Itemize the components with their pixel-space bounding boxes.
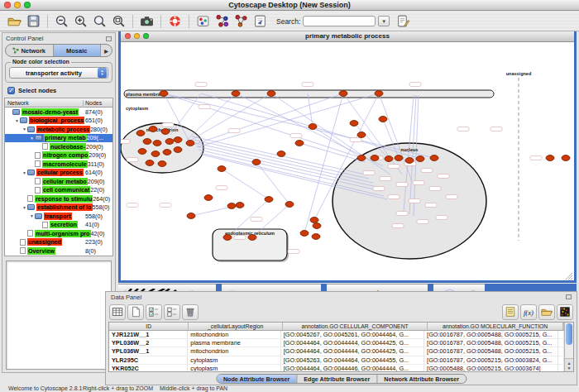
column-header[interactable]: _cellularLayoutRegion [189,323,283,330]
tree-row[interactable]: cell communicat22(0) [5,186,112,195]
network-node[interactable] [161,129,170,135]
table-row[interactable]: YPL036W__1mitochondrion[GO:0044464, GO:0… [109,347,564,356]
column-header[interactable]: ID [109,323,189,330]
network-node[interactable] [375,91,383,97]
network-node[interactable] [149,127,157,132]
tree-row[interactable]: ▼establishment of lo558(0) [5,203,112,213]
tree-row[interactable]: mosaic-demo-yeast874(0) [5,108,112,117]
network-node[interactable] [285,202,294,208]
column-header[interactable]: annotation.GO CELLULAR_COMPONENT [283,323,428,330]
table-row[interactable]: YPL036W__2plasma membrane[GO:0044464, GO… [109,339,564,347]
network-node[interactable] [313,223,321,229]
delete-attribute-button[interactable] [182,304,199,320]
scrollbar-thumb[interactable] [566,323,572,345]
expander-icon[interactable]: ▼ [22,205,27,210]
column-header[interactable]: annotation.GO MOLECULAR_FUNCTION [428,323,563,330]
network-node[interactable] [416,156,424,162]
open-file-button[interactable] [5,13,24,30]
zoom-fit-button[interactable] [109,13,128,30]
network-node[interactable] [187,213,195,219]
network-node[interactable] [357,132,366,138]
tree-row[interactable]: unassigned223(0) [5,238,112,247]
network-node[interactable] [405,158,414,164]
network-node[interactable] [339,91,347,97]
network-edge-button[interactable] [232,13,251,30]
network-node[interactable] [312,234,320,240]
network-node[interactable] [385,156,393,162]
expander-icon[interactable]: ▼ [22,127,27,131]
tree-column-nodes[interactable]: Nodes [83,100,112,106]
tree-row[interactable]: response to stimulu264(0) [5,194,112,203]
birds-eye-view[interactable] [6,261,112,370]
notes-button[interactable] [502,304,519,320]
network-node[interactable] [218,166,226,172]
tree-row[interactable]: ▼biological_process651(0) [5,117,112,126]
tab-network-attribute-browser[interactable]: Network Attribute Browser [377,375,466,383]
network-node[interactable] [310,218,318,223]
network-node[interactable] [163,150,171,155]
import-attributes-button[interactable] [538,304,555,320]
network-node[interactable] [277,151,285,157]
network-node[interactable] [267,91,275,97]
node-color-dropdown[interactable]: transporter activity ▲▼ [9,67,108,79]
select-nodes-checkbox[interactable]: ✓ [7,87,15,94]
tree-row[interactable]: nitrogen compo209(0) [5,151,112,160]
help-button[interactable] [165,13,184,30]
tree-row[interactable]: ▼transport558(0) [5,212,112,221]
network-node[interactable] [138,149,146,155]
tab-edge-attribute-browser[interactable]: Edge Attribute Browser [297,375,377,383]
tree-column-network[interactable]: Network [5,100,83,106]
network-node[interactable] [379,117,387,122]
tab-node-attribute-browser[interactable]: Node Attribute Browser [217,375,297,383]
network-node[interactable] [158,161,166,167]
search-input[interactable] [303,16,376,26]
window-resize-grip[interactable] [566,273,572,280]
network-node[interactable] [546,155,554,161]
save-button[interactable] [24,13,43,30]
network-node[interactable] [136,131,145,136]
network-node[interactable] [153,141,161,146]
plasma-membrane-region[interactable] [124,90,494,98]
tab-network[interactable]: Network [6,45,54,56]
network-node[interactable] [248,235,256,241]
network-node[interactable] [151,151,160,157]
network-node[interactable] [160,91,168,97]
network-node[interactable] [357,155,366,161]
network-node[interactable] [232,91,240,97]
network-node[interactable] [143,139,151,145]
network-node[interactable] [309,124,317,130]
float-panel-icon[interactable] [106,36,112,41]
expander-icon[interactable]: ▼ [22,170,27,175]
unselect-attributes-button[interactable] [164,304,180,320]
zoom-selected-button[interactable] [90,13,109,30]
network-node[interactable] [186,141,194,146]
scrollbar-arrows[interactable]: ▲▼ [565,358,573,371]
edit-attributes-button[interactable] [394,13,413,30]
tab-mosaic[interactable]: Mosaic [54,45,102,56]
tree-row[interactable]: nucleobase-209(0) [5,142,112,151]
matrix-button[interactable] [557,304,573,320]
network-node[interactable] [252,160,261,165]
table-row[interactable]: YJR121W__1mitochondrion[GO:0045267, GO:0… [109,331,564,339]
zoom-out-button[interactable] [52,13,71,30]
table-grid-button[interactable] [109,304,126,320]
network-node[interactable] [430,155,438,161]
new-attribute-button[interactable] [127,304,144,320]
network-node[interactable] [174,147,182,153]
network-node[interactable] [223,235,232,241]
select-attributes-button[interactable] [146,304,162,320]
network-node[interactable] [395,155,403,161]
network-node[interactable] [227,203,236,209]
formula-button[interactable]: f(x) [520,304,537,320]
network-node[interactable] [562,155,570,161]
network-canvas[interactable]: plasma membranecytoplasmmitochondrionnuc… [121,42,574,280]
annotation-button[interactable] [251,13,270,30]
network-node[interactable] [146,160,154,166]
tree-row[interactable]: ▼primary metab209(... [5,134,112,143]
tree-row[interactable]: ▼cellular process614(0) [5,169,112,178]
network-node[interactable] [265,197,273,203]
table-scrollbar[interactable]: ▲▼ [564,323,573,371]
network-node[interactable] [174,137,182,143]
tree-row[interactable]: macromolecule311(0) [5,160,112,169]
tree-row[interactable]: secretion41(0) [5,221,112,230]
